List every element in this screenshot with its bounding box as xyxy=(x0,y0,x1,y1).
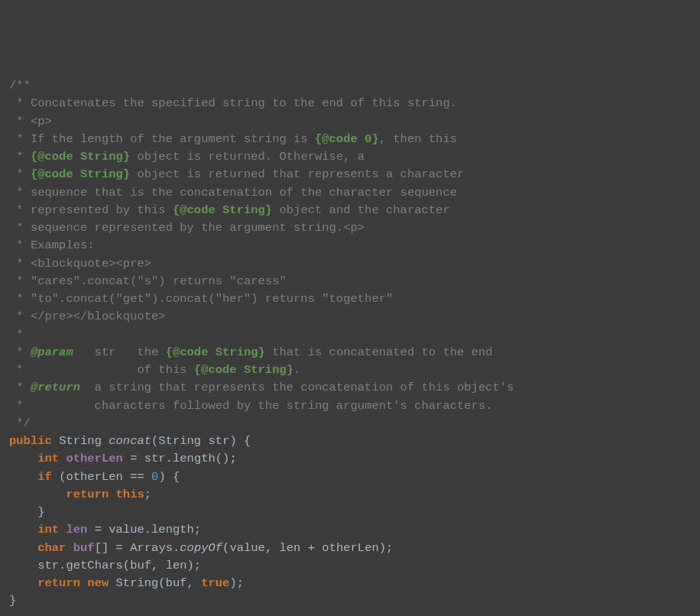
ctor-close: ); xyxy=(229,576,244,590)
keyword-char: char xyxy=(37,541,66,555)
expr: Arrays. xyxy=(130,541,180,555)
doc-line: * xyxy=(9,257,31,271)
keyword-int: int xyxy=(37,452,59,465)
op-eqeq: == xyxy=(123,470,151,484)
doc-line: . xyxy=(293,363,300,377)
doc-close: */ xyxy=(9,417,31,430)
doc-code-tag: {@code String} xyxy=(166,345,265,359)
doc-code-tag: {@code String} xyxy=(173,203,272,217)
method-sig: (String str) { xyxy=(151,434,251,448)
doc-line: * xyxy=(9,310,31,323)
doc-code-tag: {@code String} xyxy=(31,167,130,181)
ctor: String(buf, xyxy=(116,576,202,590)
brackets: [] xyxy=(95,541,109,555)
keyword-if: if xyxy=(37,470,52,484)
doc-line: * xyxy=(9,167,31,181)
assign: = xyxy=(123,452,144,465)
keyword-return: return xyxy=(66,488,109,501)
doc-line: * xyxy=(9,115,31,128)
doc-line: * sequence that is the concatenation of … xyxy=(9,186,457,199)
keyword-new: new xyxy=(87,576,109,590)
assign: = xyxy=(87,523,109,537)
keyword-return: return xyxy=(37,576,80,590)
doc-line: object and the character xyxy=(272,203,450,217)
keyword-this: this xyxy=(116,488,144,501)
doc-html: <p> xyxy=(31,115,52,128)
doc-line: * xyxy=(9,381,31,394)
method-copyof: copyOf xyxy=(180,541,222,555)
var-buf: buf xyxy=(73,541,95,555)
doc-param-tag: @param xyxy=(31,345,73,359)
var-otherlen: otherLen xyxy=(66,452,122,465)
doc-line: object is returned. Otherwise, a xyxy=(130,150,365,164)
brace-close: } xyxy=(37,505,44,519)
expr: str.getChars(buf, len); xyxy=(37,559,201,572)
doc-line: * sequence represented by the argument s… xyxy=(9,221,343,235)
doc-code-tag: {@code String} xyxy=(31,150,130,164)
semi: ; xyxy=(144,488,151,501)
expr: value.length; xyxy=(109,523,201,537)
doc-return-tag: @return xyxy=(31,381,80,394)
doc-line: object is returned that represents a cha… xyxy=(130,167,464,181)
doc-line: * Examples: xyxy=(9,238,95,252)
assign: = xyxy=(109,541,130,555)
doc-line: * characters followed by the string argu… xyxy=(9,399,493,413)
keyword-true: true xyxy=(201,576,229,590)
method-name: concat xyxy=(109,434,151,448)
code-block: /** * Concatenates the specified string … xyxy=(9,77,691,611)
expr: str.length(); xyxy=(144,452,237,465)
var-ref: otherLen xyxy=(66,470,122,484)
doc-line: a string that represents the concatenati… xyxy=(80,381,514,394)
keyword-int: int xyxy=(37,523,59,537)
doc-html: <blockquote><pre> xyxy=(31,257,151,271)
doc-line: * "cares".concat("s") returns "caress" xyxy=(9,274,287,288)
doc-line: * "to".concat("get").concat("her") retur… xyxy=(9,292,393,306)
paren-open: ( xyxy=(52,470,66,484)
doc-line: * xyxy=(9,345,31,359)
paren-close: ) { xyxy=(158,470,180,484)
doc-line: * Concatenates the specified string to t… xyxy=(9,96,457,110)
doc-code-tag: {@code 0} xyxy=(315,132,379,146)
doc-line: * If the length of the argument string i… xyxy=(9,132,315,146)
doc-line: * xyxy=(9,150,31,164)
keyword-public: public xyxy=(9,434,52,448)
doc-line: * of this xyxy=(9,363,194,377)
doc-line: that is concatenated to the end xyxy=(265,345,493,359)
doc-line: * xyxy=(9,328,24,342)
doc-html: </pre></blockquote> xyxy=(31,310,166,323)
doc-open: /** xyxy=(9,79,31,92)
expr: (value, len + otherLen); xyxy=(222,541,393,555)
doc-line: , then this xyxy=(379,132,457,146)
doc-html: <p> xyxy=(343,221,365,235)
doc-line: str the xyxy=(73,345,166,359)
doc-line: * represented by this xyxy=(9,203,173,217)
doc-code-tag: {@code String} xyxy=(194,363,293,377)
brace-close: } xyxy=(9,594,16,608)
type-string: String xyxy=(59,434,102,448)
literal-zero: 0 xyxy=(151,470,158,484)
var-len: len xyxy=(66,523,87,537)
